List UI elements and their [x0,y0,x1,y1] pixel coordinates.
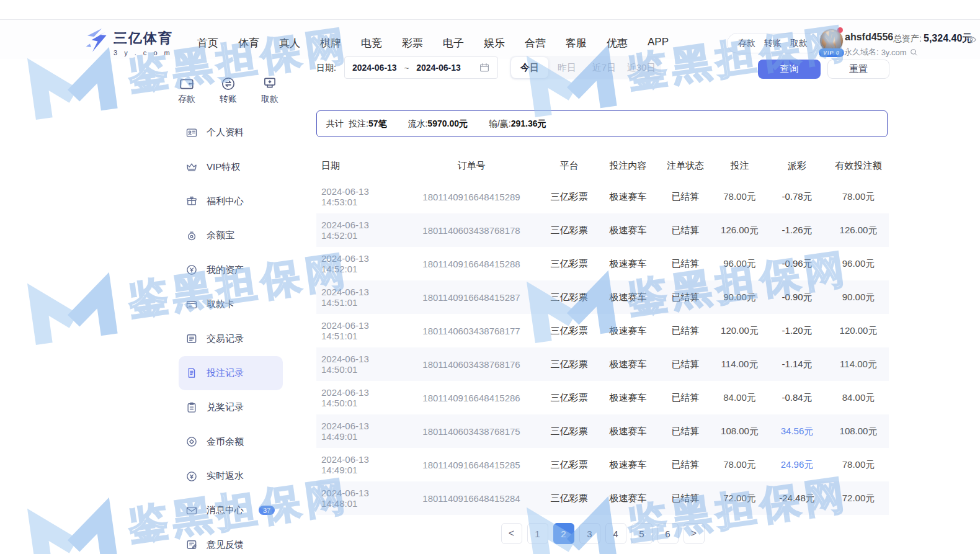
sidebar-item-label: VIP特权 [207,161,240,173]
quick-label: 存款 [169,94,205,105]
feedback-icon [185,538,198,551]
row-order: 1801140603438768176 [403,359,540,370]
search-button[interactable]: 查询 [758,60,821,79]
row-order: 1801140916648415289 [403,192,540,202]
eye-icon[interactable] [966,34,977,48]
sidebar-item-label: 实时返水 [207,470,244,482]
pagination-page-5[interactable]: 5 [631,523,653,544]
sidebar-item-余额宝[interactable]: 余额宝 [179,218,283,252]
nav-item-APP[interactable]: APP [648,36,669,50]
sidebar-item-label: 我的资产 [207,264,244,276]
quick-filter-今日[interactable]: 今日 [511,57,548,78]
row-bet: 114.00元 [713,359,766,370]
sidebar-item-交易记录[interactable]: 交易记录 [179,321,283,355]
site-logo[interactable]: 三亿体育 3 y . c o m [84,28,173,58]
row-valid: 120.00元 [828,325,889,337]
nav-item-合营[interactable]: 合营 [525,36,546,50]
row-content: 极速赛车 [599,392,657,404]
nav-item-真人[interactable]: 真人 [279,36,300,50]
row-status: 已结算 [657,426,713,437]
wallet-action-转账[interactable]: 转账 [764,38,782,49]
table-header-row: 日期订单号平台投注内容注单状态投注派彩有效投注额 [316,152,889,180]
nav-item-优惠[interactable]: 优惠 [607,36,628,50]
wallet-action-取款[interactable]: 取款 [790,38,808,49]
sidebar-item-VIP特权[interactable]: VIP特权 [179,150,283,184]
date-range-input[interactable]: 2024-06-13 ~ 2024-06-13 [344,56,498,79]
sidebar-item-实时返水[interactable]: 实时返水 [179,459,283,493]
sidebar-item-金币余额[interactable]: 金币余额 [179,425,283,459]
nav-item-首页[interactable]: 首页 [197,36,218,50]
row-order: 1801140916648415285 [403,460,540,470]
quick-存款[interactable]: 存款 [169,76,205,105]
totals-summary-bar: 共计 投注:57笔 流水:5970.00元 输/赢:291.36元 [316,110,888,137]
search-icon[interactable] [909,48,918,56]
column-header-派彩: 派彩 [766,160,828,172]
date-to-value: 2024-06-13 [416,63,461,73]
row-bet: 78.00元 [713,459,766,471]
wallet-action-存款[interactable]: 存款 [738,38,755,49]
pagination-next[interactable]: > [684,523,705,544]
summary-prefix: 共计 [326,118,344,130]
betlist-icon [185,367,198,379]
column-header-平台: 平台 [540,160,599,172]
pagination-page-6[interactable]: 6 [657,523,679,544]
reset-button[interactable]: 重置 [827,60,889,79]
pagination-page-1[interactable]: 1 [527,523,548,544]
sidebar-item-投注记录[interactable]: 投注记录 [179,356,283,390]
logo-bolt-icon [84,28,109,55]
row-bet: 108.00元 [713,426,766,437]
coin-icon [185,230,198,242]
row-payout: 34.56元 [766,426,828,437]
row-date: 2024-06-13 14:49:01 [316,454,403,475]
row-order: 1801140603438768177 [403,326,540,336]
row-bet: 84.00元 [713,392,766,404]
row-date: 2024-06-13 14:48:01 [316,488,403,509]
watermark-logo-icon [22,493,123,554]
sidebar-item-label: 投注记录 [207,367,244,379]
quick-filter-近7日[interactable]: 近7日 [586,57,623,78]
nav-item-电子[interactable]: 电子 [443,36,464,50]
row-content: 极速赛车 [599,292,657,303]
pagination-page-2[interactable]: 2 [553,523,574,544]
row-order: 1801140603438768178 [403,225,540,236]
table-row: 2024-06-13 14:52:011801140916648415288三亿… [316,247,889,280]
domain-value: 3y.com [881,48,907,57]
column-header-订单号: 订单号 [403,160,540,172]
row-status: 已结算 [657,258,713,270]
table-row: 2024-06-13 14:51:011801140916648415287三亿… [316,280,889,314]
sidebar-item-兑奖记录[interactable]: 兑奖记录 [179,390,283,424]
pagination: <123456> [316,523,889,544]
idcard-icon [185,127,198,139]
nav-item-娱乐[interactable]: 娱乐 [484,36,505,50]
username: ahsfd4556 [845,32,893,43]
sidebar-item-福利中心[interactable]: 福利中心 [179,184,283,218]
sidebar-item-取款卡[interactable]: 取款卡 [179,287,283,321]
sidebar-item-个人资料[interactable]: 个人资料 [179,115,283,150]
pagination-page-4[interactable]: 4 [605,523,626,544]
quick-取款[interactable]: 取款 [252,76,288,105]
sidebar-item-意见反馈[interactable]: 意见反馈 [179,528,283,554]
row-bet: 126.00元 [713,225,766,236]
main-nav: 首页体育真人棋牌电竞彩票电子娱乐合营客服优惠APP [197,36,669,50]
row-platform: 三亿彩票 [540,493,599,504]
sidebar-item-消息中心[interactable]: 消息中心37 [179,493,283,527]
sidebar-item-label: 消息中心 [207,504,244,516]
row-platform: 三亿彩票 [540,292,599,303]
sidebar-item-我的资产[interactable]: 我的资产 [179,253,283,287]
summary-bets-value: 57笔 [368,118,387,128]
quick-转账[interactable]: 转账 [210,76,246,105]
quick-filter-昨日[interactable]: 昨日 [548,57,586,78]
nav-item-电竞[interactable]: 电竞 [361,36,382,50]
quick-filter-近30日[interactable]: 近30日 [623,57,660,78]
nav-item-棋牌[interactable]: 棋牌 [320,36,341,50]
card-icon [185,298,198,311]
nav-item-体育[interactable]: 体育 [238,36,259,50]
assets-icon [185,264,198,276]
nav-item-彩票[interactable]: 彩票 [402,36,423,50]
pagination-prev[interactable]: < [501,523,522,544]
sidebar-item-label: 福利中心 [207,195,244,207]
pagination-page-3[interactable]: 3 [579,523,600,544]
summary-turnover-label: 流水: [408,118,427,128]
table-row: 2024-06-13 14:51:011801140603438768177三亿… [316,314,889,347]
nav-item-客服[interactable]: 客服 [566,36,587,50]
